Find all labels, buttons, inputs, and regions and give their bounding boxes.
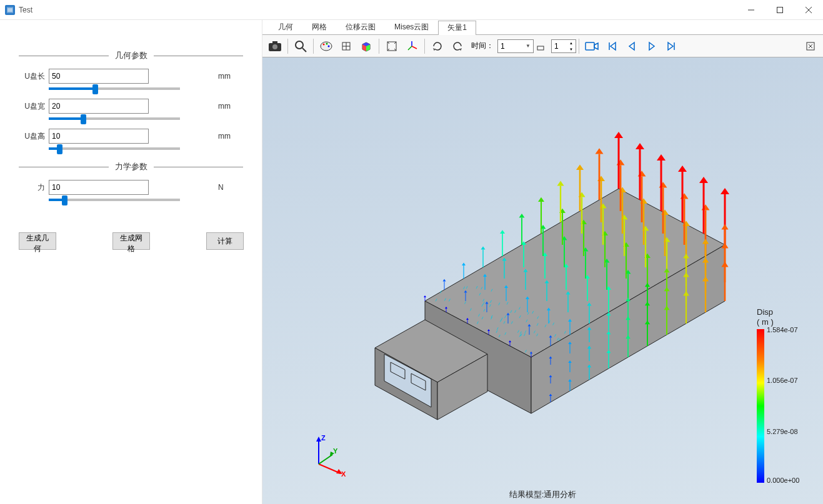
svg-rect-22 (586, 42, 594, 50)
snapshot-icon[interactable] (265, 37, 285, 56)
svg-point-7 (272, 44, 277, 49)
section-geom-divider: 几何参数 (19, 50, 243, 61)
slider-width[interactable] (49, 117, 180, 120)
svg-line-9 (302, 48, 306, 52)
orientation-triad: Z X Y (306, 433, 350, 479)
maximize-button[interactable] (766, 1, 794, 19)
axis-icon[interactable] (402, 37, 422, 56)
svg-line-19 (412, 46, 417, 49)
result-model-label: 结果模型:通用分析 (509, 489, 577, 500)
tab-displacement[interactable]: 位移云图 (336, 20, 385, 34)
zoom-icon[interactable] (291, 37, 311, 56)
time-combo[interactable]: 1▼ (497, 39, 534, 53)
input-length[interactable] (49, 69, 149, 84)
tab-mises[interactable]: Mises云图 (385, 20, 438, 34)
cube-icon[interactable] (356, 37, 376, 56)
unit-force: N (218, 183, 243, 192)
step-spinner[interactable]: 1▲▼ (551, 39, 576, 53)
compute-button[interactable]: 计算 (206, 232, 244, 250)
time-label: 时间： (471, 41, 494, 51)
skip-start-icon[interactable] (602, 37, 622, 56)
label-width: U盘宽 (19, 101, 49, 112)
close-button[interactable] (794, 1, 823, 19)
generate-geometry-button[interactable]: 生成几何 (19, 232, 56, 250)
rotate-right-icon[interactable] (447, 37, 467, 56)
step-lock-icon[interactable] (534, 37, 547, 56)
window-title: Test (19, 6, 737, 14)
svg-text:Y: Y (333, 447, 338, 455)
svg-rect-2 (777, 7, 783, 12)
input-width[interactable] (49, 99, 149, 114)
play-back-icon[interactable] (622, 37, 642, 56)
svg-text:Z: Z (321, 434, 326, 442)
svg-point-13 (328, 45, 330, 47)
rotate-left-icon[interactable] (427, 37, 447, 56)
label-force: 力 (19, 182, 49, 193)
svg-line-20 (408, 46, 412, 50)
record-icon[interactable] (582, 37, 602, 56)
tab-geometry[interactable]: 几何 (269, 20, 302, 34)
section-force-divider: 力学参数 (19, 161, 243, 172)
palette-icon[interactable] (316, 37, 336, 56)
result-tabs: 几何 网格 位移云图 Mises云图 矢量1 (262, 20, 823, 35)
unit-width: mm (218, 102, 243, 111)
tab-mesh[interactable]: 网格 (302, 20, 336, 34)
viewer-toolbar: 时间： 1▼ 1▲▼ (262, 35, 823, 57)
generate-mesh-button[interactable]: 生成网格 (112, 232, 150, 250)
tab-vector1[interactable]: 矢量1 (438, 21, 476, 35)
slider-force[interactable] (49, 199, 180, 201)
unit-height: mm (218, 132, 243, 141)
iso-icon[interactable] (336, 37, 356, 56)
skip-end-icon[interactable] (662, 37, 682, 56)
app-icon (5, 5, 15, 15)
svg-text:X: X (341, 470, 346, 477)
svg-rect-21 (537, 46, 544, 50)
unit-length: mm (218, 72, 243, 81)
label-length: U盘长 (19, 71, 49, 82)
slider-height[interactable] (49, 147, 180, 150)
3d-viewport[interactable]: Z X Y Disp( m ) 1.584e-07 1.056e-07 5.27… (262, 57, 823, 504)
slider-length[interactable] (49, 87, 180, 90)
color-legend: Disp( m ) 1.584e-07 1.056e-07 5.279e-08 … (757, 307, 813, 483)
minimize-button[interactable] (737, 1, 766, 19)
expand-icon[interactable] (801, 37, 821, 56)
input-height[interactable] (49, 129, 149, 144)
input-force[interactable] (49, 180, 149, 195)
svg-line-191 (319, 455, 332, 464)
svg-point-12 (326, 42, 328, 44)
svg-point-8 (296, 41, 303, 49)
titlebar: Test (0, 0, 823, 20)
main-area: 几何 网格 位移云图 Mises云图 矢量1 时间： 1▼ 1▲▼ (262, 20, 823, 504)
svg-rect-6 (272, 41, 277, 44)
play-icon[interactable] (642, 37, 662, 56)
fit-icon[interactable] (382, 37, 402, 56)
sidebar-panel: 几何参数 U盘长 mm U盘宽 mm U盘高 mm 力学参数 力 N (0, 20, 262, 504)
svg-point-11 (323, 43, 325, 45)
label-height: U盘高 (19, 131, 49, 142)
